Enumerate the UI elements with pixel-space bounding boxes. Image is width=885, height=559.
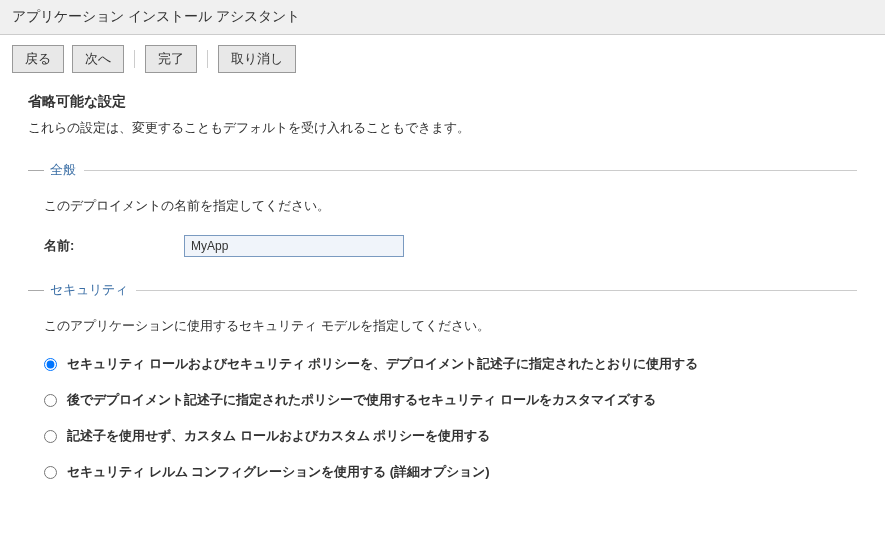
security-radio-0[interactable] — [44, 358, 57, 371]
finish-button[interactable]: 完了 — [145, 45, 197, 73]
section-description: これらの設定は、変更することもデフォルトを受け入れることもできます。 — [28, 119, 857, 137]
general-legend: 全般 — [50, 161, 84, 179]
security-option-row: 記述子を使用せず、カスタム ロールおよびカスタム ポリシーを使用する — [44, 427, 857, 445]
security-radio-1[interactable] — [44, 394, 57, 407]
security-fieldset: セキュリティ このアプリケーションに使用するセキュリティ モデルを指定してくださ… — [28, 281, 857, 481]
security-option-label: セキュリティ レルム コンフィグレーションを使用する (詳細オプション) — [67, 463, 490, 481]
separator-icon — [207, 50, 208, 68]
security-option-label: 記述子を使用せず、カスタム ロールおよびカスタム ポリシーを使用する — [67, 427, 490, 445]
security-legend: セキュリティ — [50, 281, 136, 299]
legend-line-icon — [84, 170, 857, 171]
section-heading: 省略可能な設定 — [28, 93, 857, 111]
cancel-button[interactable]: 取り消し — [218, 45, 296, 73]
security-description: このアプリケーションに使用するセキュリティ モデルを指定してください。 — [44, 317, 857, 335]
security-option-row: 後でデプロイメント記述子に指定されたポリシーで使用するセキュリティ ロールをカス… — [44, 391, 857, 409]
security-radio-3[interactable] — [44, 466, 57, 479]
general-description: このデプロイメントの名前を指定してください。 — [44, 197, 857, 215]
security-option-row: セキュリティ ロールおよびセキュリティ ポリシーを、デプロイメント記述子に指定さ… — [44, 355, 857, 373]
page-title: アプリケーション インストール アシスタント — [0, 0, 885, 35]
button-bar: 戻る 次へ 完了 取り消し — [0, 35, 885, 83]
legend-line-icon — [28, 290, 44, 291]
security-option-row: セキュリティ レルム コンフィグレーションを使用する (詳細オプション) — [44, 463, 857, 481]
separator-icon — [134, 50, 135, 68]
next-button[interactable]: 次へ — [72, 45, 124, 73]
security-option-label: 後でデプロイメント記述子に指定されたポリシーで使用するセキュリティ ロールをカス… — [67, 391, 656, 409]
name-input[interactable] — [184, 235, 404, 257]
general-fieldset: 全般 このデプロイメントの名前を指定してください。 名前: — [28, 161, 857, 257]
security-option-label: セキュリティ ロールおよびセキュリティ ポリシーを、デプロイメント記述子に指定さ… — [67, 355, 698, 373]
legend-line-icon — [28, 170, 44, 171]
name-label: 名前: — [44, 237, 184, 255]
legend-line-icon — [136, 290, 857, 291]
back-button[interactable]: 戻る — [12, 45, 64, 73]
security-radio-2[interactable] — [44, 430, 57, 443]
